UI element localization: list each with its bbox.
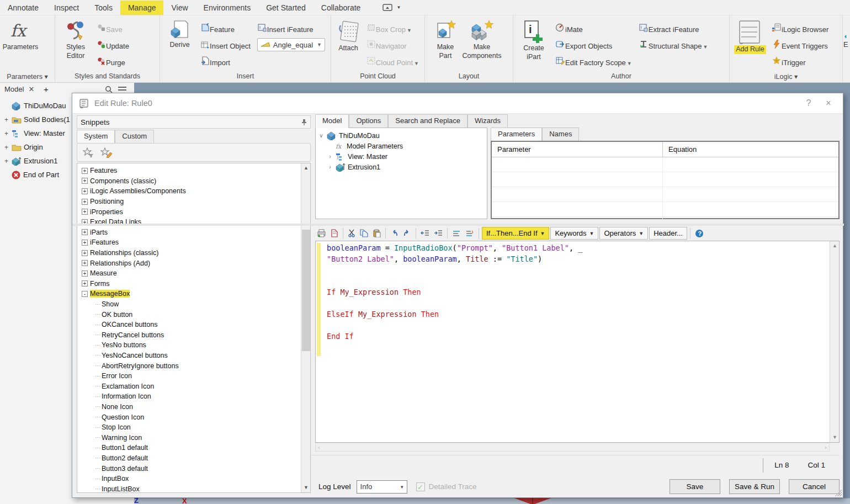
parameters-button[interactable]: fxParameters xyxy=(3,18,38,52)
snippet-forms[interactable]: +Forms xyxy=(81,279,301,289)
box-crop-button[interactable]: Box Crop▼ xyxy=(364,20,421,36)
expand-icon[interactable]: + xyxy=(82,270,88,277)
insert-ifeature-button[interactable]: iInsert iFeature xyxy=(255,20,327,36)
snippets-scrollbar[interactable]: ▲ ▼ xyxy=(301,163,310,492)
model-node-thidumodau[interactable]: ∨ThiDuMoDau xyxy=(318,130,487,141)
snippet-error-icon[interactable]: ···Error Icon xyxy=(81,371,301,381)
cancel-button[interactable]: Cancel xyxy=(789,479,840,494)
expand-icon[interactable]: + xyxy=(3,116,9,124)
extract-ifeature-button[interactable]: iExtract iFeature xyxy=(636,20,710,36)
model-canvas-bottom[interactable] xyxy=(73,498,850,504)
model-canvas[interactable] xyxy=(134,83,850,93)
tab-names[interactable]: Names xyxy=(542,128,579,141)
snippet-exclamation-icon[interactable]: ···Exclamation Icon xyxy=(81,381,301,391)
angle_equal-combo[interactable]: Angle_equal▼ xyxy=(255,36,327,53)
expand-icon[interactable]: + xyxy=(82,260,88,266)
code-line[interactable]: If My_Expression Then xyxy=(327,288,830,299)
edit-factory-scope-button[interactable]: Edit Factory Scope▼ xyxy=(553,53,634,70)
tab-model[interactable]: Model xyxy=(315,114,349,128)
code-line[interactable] xyxy=(327,266,830,277)
expand-icon[interactable]: + xyxy=(82,229,88,235)
log-level-select[interactable]: Info ▾ xyxy=(357,480,407,494)
code-line[interactable]: "Button2 Label", booleanParam, Title := … xyxy=(327,254,830,266)
menu-tab-annotate[interactable]: Annotate xyxy=(0,1,46,15)
snippet-retrycancel-buttons[interactable]: ···RetryCancel buttons xyxy=(81,330,301,341)
model-node-view-master[interactable]: ›View: Master xyxy=(318,151,487,162)
scroll-down-icon[interactable]: ▼ xyxy=(830,433,840,442)
save-button[interactable]: Save xyxy=(95,20,131,36)
menu-tab-view[interactable]: View xyxy=(163,1,195,15)
snippet-relationships-add-[interactable]: +Relationships (Add) xyxy=(81,258,301,268)
snippet-show[interactable]: ···Show xyxy=(81,299,301,310)
snippet-abortretryignore-buttons[interactable]: ···AbortRetryIgnore buttons xyxy=(81,360,301,371)
snippet-iproperties[interactable]: +iProperties xyxy=(81,206,301,217)
snippet-yesnocancel-buttons[interactable]: ···YesNoCancel buttons xyxy=(81,351,301,361)
code-line[interactable]: End If xyxy=(327,332,830,343)
create-ipart-button[interactable]: iCreate iPart xyxy=(517,18,551,61)
tab-options[interactable]: Options xyxy=(349,114,388,128)
model-canvas-right[interactable] xyxy=(843,93,850,504)
snippet-components-classic-[interactable]: +Components (classic) xyxy=(81,176,301,187)
expand-icon[interactable]: + xyxy=(82,199,88,205)
make-components-button[interactable]: Make Components xyxy=(465,18,499,60)
edit-favorites-icon[interactable] xyxy=(100,147,113,158)
outdent-button[interactable] xyxy=(419,227,431,240)
scroll-up-icon[interactable]: ▲ xyxy=(830,241,840,251)
attach-button[interactable]: Attach xyxy=(334,18,362,53)
add-rule-button[interactable]: Add Rule xyxy=(733,18,767,54)
menu-tab-environments[interactable]: Environments xyxy=(196,1,259,15)
doc-preview-button[interactable] xyxy=(329,227,340,240)
comment-button[interactable] xyxy=(450,227,463,240)
navigator-button[interactable]: Navigator xyxy=(364,36,421,53)
scroll-right-icon[interactable]: › xyxy=(825,444,827,450)
snippet-button2-default[interactable]: ···Button2 default xyxy=(81,453,301,464)
snippet-iparts[interactable]: +iParts xyxy=(81,227,301,238)
snippet-yesno-buttons[interactable]: ···YesNo buttons xyxy=(81,340,301,351)
expand-icon[interactable]: + xyxy=(82,240,88,246)
tab-parameters[interactable]: Parameters xyxy=(491,128,542,141)
parameter-row-empty[interactable] xyxy=(492,172,838,187)
copy-button[interactable] xyxy=(358,227,370,240)
ilogic-browser-button[interactable]: iLogic Browser xyxy=(769,20,831,36)
expand-icon[interactable]: + xyxy=(82,280,88,287)
menu-tab-get-started[interactable]: Get Started xyxy=(258,1,314,15)
tab-search-and-replace[interactable]: Search and Replace xyxy=(388,114,468,128)
dialog-help-button[interactable]: ? xyxy=(801,98,816,108)
close-icon[interactable]: ✕ xyxy=(28,85,34,93)
snippet-inputlistbox[interactable]: ···InputListBox xyxy=(81,484,301,492)
parameter-row-empty[interactable] xyxy=(492,202,838,217)
browser-tab-model[interactable]: Model ✕ xyxy=(0,83,39,96)
snippet-information-icon[interactable]: ···Information Icon xyxy=(81,391,301,402)
dialog-title-bar[interactable]: Edit Rule: Rule0 ? × xyxy=(72,93,843,114)
indent-button[interactable] xyxy=(432,227,444,240)
save-button[interactable]: Save xyxy=(670,479,720,494)
snippet-okcancel-buttons[interactable]: ···OKCancel buttons xyxy=(81,320,301,330)
update-button[interactable]: Update xyxy=(95,36,131,53)
help-icon[interactable]: ? xyxy=(693,227,705,240)
cut-button[interactable] xyxy=(346,227,357,240)
collapse-icon[interactable]: - xyxy=(82,291,88,297)
code-text[interactable]: booleanParam = InputRadioBox("Prompt", "… xyxy=(321,241,830,442)
if-then-end-if-dropdown[interactable]: If...Then...End If▼ xyxy=(482,227,549,240)
paste-button[interactable] xyxy=(371,227,382,240)
print-button[interactable] xyxy=(315,227,328,240)
snippet-relationships-classic-[interactable]: +Relationships (classic) xyxy=(81,248,301,258)
model-node-model-parameters[interactable]: fxModel Parameters xyxy=(318,141,487,151)
detailed-trace-checkbox[interactable]: ✓ xyxy=(416,482,425,491)
expand-icon[interactable]: + xyxy=(82,209,88,215)
structural-shape-button[interactable]: Structural Shape▼ xyxy=(636,36,710,53)
snippet-stop-icon[interactable]: ···Stop Icon xyxy=(81,422,301,433)
export-objects-button[interactable]: Export Objects xyxy=(553,36,634,53)
search-icon[interactable] xyxy=(105,86,113,93)
snippet-ifeatures[interactable]: +iFeatures xyxy=(81,237,301,248)
menu-tab-tools[interactable]: Tools xyxy=(87,1,120,15)
code-vertical-scrollbar[interactable]: ▲ ▼ xyxy=(830,241,839,442)
expand-icon[interactable]: › xyxy=(327,164,333,170)
snippet-button3-default[interactable]: ···Button3 default xyxy=(81,463,301,474)
snippet-question-icon[interactable]: ···Question Icon xyxy=(81,412,301,422)
expand-icon[interactable]: + xyxy=(82,250,88,256)
expand-icon[interactable]: + xyxy=(3,157,9,165)
cloud-point-button[interactable]: Cloud Point▼ xyxy=(364,53,421,70)
snippet-button1-default[interactable]: ···Button1 default xyxy=(81,443,301,453)
imate-button[interactable]: iMate xyxy=(553,20,634,36)
